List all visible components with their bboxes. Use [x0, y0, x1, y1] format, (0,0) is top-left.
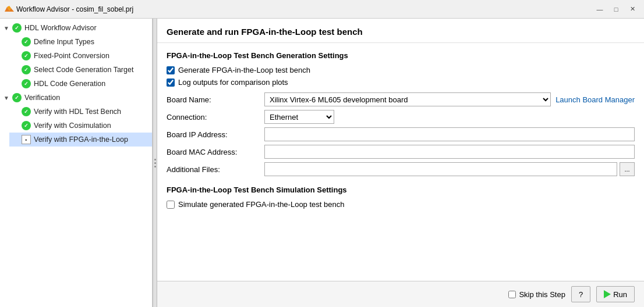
log-checkbox[interactable] — [167, 78, 175, 87]
sidebar-item-label: HDL Code Generation — [34, 80, 105, 88]
help-button[interactable]: ? — [571, 286, 590, 302]
skip-label[interactable]: Skip this Step — [519, 290, 565, 299]
board-name-label: Board Name: — [167, 95, 260, 104]
board-ip-label: Board IP Address: — [167, 130, 260, 139]
sidebar-item-hdl-workflow[interactable]: ▼ ✓ HDL Workflow Advisor — [0, 21, 152, 35]
simulate-checkbox-row: Simulate generated FPGA-in-the-Loop test… — [167, 200, 635, 209]
sidebar-item-label: HDL Workflow Advisor — [24, 24, 97, 32]
footer: Skip this Step ? Run — [157, 281, 644, 307]
board-ip-input[interactable]: 192.168.0.2 — [264, 127, 635, 141]
title-bar-title: Workflow Advisor - cosim_fil_sobel.prj — [16, 5, 593, 13]
sidebar-item-verification[interactable]: ▼ ✓ Verification — [0, 91, 152, 105]
check-icon: ✓ — [12, 23, 22, 33]
check-icon: ✓ — [21, 65, 31, 75]
expander-icon: ▼ — [3, 95, 12, 101]
connection-select[interactable]: Ethernet — [264, 110, 334, 124]
generate-checkbox-label[interactable]: Generate FPGA-in-the-Loop test bench — [178, 66, 310, 74]
connection-row: Ethernet — [264, 110, 635, 124]
additional-files-row: ... — [264, 162, 635, 176]
check-icon: ✓ — [21, 78, 31, 89]
check-icon: ✓ — [21, 120, 31, 131]
board-mac-input[interactable]: 00-0A-35-02-21-8A — [264, 145, 635, 159]
generate-checkbox[interactable] — [167, 66, 175, 74]
matlab-icon — [5, 5, 14, 14]
generate-checkbox-row: Generate FPGA-in-the-Loop test bench — [167, 66, 635, 74]
connection-label: Connection: — [167, 113, 260, 122]
check-icon: ✓ — [21, 51, 31, 61]
maximize-button[interactable]: □ — [609, 3, 623, 15]
dot — [154, 162, 156, 164]
additional-files-label: Additional Files: — [167, 165, 260, 174]
sidebar-item-label: Verify with HDL Test Bench — [34, 108, 121, 116]
title-bar-controls: — □ ✕ — [593, 3, 639, 15]
expander-icon: ▼ — [3, 25, 12, 31]
sidebar-divider[interactable] — [153, 19, 157, 307]
sidebar-item-label: Verification — [24, 94, 60, 102]
sidebar-item-verify-hdl[interactable]: ✓ Verify with HDL Test Bench — [9, 105, 152, 119]
page-title: Generate and run FPGA-in-the-Loop test b… — [167, 27, 363, 37]
board-name-select[interactable]: Xilinx Virtex-6 ML605 development board — [264, 92, 551, 106]
content-header: Generate and run FPGA-in-the-Loop test b… — [157, 19, 644, 43]
sidebar-item-label: Select Code Generation Target — [34, 66, 133, 74]
run-icon — [604, 290, 611, 298]
sidebar-item-fixed-point[interactable]: ✓ Fixed-Point Conversion — [9, 49, 152, 63]
board-name-row: Xilinx Virtex-6 ML605 development board … — [264, 92, 635, 106]
divider-dots — [154, 159, 156, 167]
sidebar-item-label: Verify with FPGA-in-the-Loop — [34, 135, 128, 144]
run-button[interactable]: Run — [596, 286, 635, 302]
skip-checkbox[interactable] — [508, 291, 516, 298]
content-area: Generate and run FPGA-in-the-Loop test b… — [157, 19, 644, 307]
board-mac-label: Board MAC Address: — [167, 148, 260, 156]
title-bar: Workflow Advisor - cosim_fil_sobel.prj —… — [0, 0, 644, 19]
skip-checkbox-row: Skip this Step — [508, 290, 565, 299]
main-layout: ▼ ✓ HDL Workflow Advisor ✓ Define Input … — [0, 19, 644, 307]
additional-files-input[interactable] — [264, 162, 617, 176]
sidebar-item-hdl-code-gen[interactable]: ✓ HDL Code Generation — [9, 77, 152, 91]
minimize-button[interactable]: — — [593, 3, 607, 15]
sidebar-item-verify-cosim[interactable]: ✓ Verify with Cosimulation — [9, 119, 152, 133]
section2-title: FPGA-in-the-Loop Test Bench Simulation S… — [167, 185, 635, 194]
sidebar-item-label: Fixed-Point Conversion — [34, 52, 109, 60]
check-icon: ✓ — [12, 92, 22, 103]
simulate-checkbox-label[interactable]: Simulate generated FPGA-in-the-Loop test… — [178, 200, 344, 209]
page-icon: ▪ — [21, 134, 31, 145]
log-checkbox-label[interactable]: Log outputs for comparison plots — [178, 78, 288, 87]
check-icon: ✓ — [21, 37, 31, 47]
sidebar-item-define-input[interactable]: ✓ Define Input Types — [9, 35, 152, 49]
check-icon: ✓ — [21, 106, 31, 117]
dot — [154, 159, 156, 160]
sidebar: ▼ ✓ HDL Workflow Advisor ✓ Define Input … — [0, 19, 153, 307]
sidebar-item-label: Define Input Types — [34, 38, 94, 46]
form-grid: Board Name: Xilinx Virtex-6 ML605 develo… — [167, 92, 635, 176]
browse-button[interactable]: ... — [620, 162, 635, 176]
close-button[interactable]: ✕ — [625, 3, 639, 15]
sidebar-item-verify-fpga[interactable]: ▪ Verify with FPGA-in-the-Loop — [9, 133, 152, 147]
run-label: Run — [613, 290, 627, 299]
dot — [154, 166, 156, 167]
sidebar-item-select-code[interactable]: ✓ Select Code Generation Target — [9, 63, 152, 77]
content-body: FPGA-in-the-Loop Test Bench Generation S… — [157, 43, 644, 281]
log-checkbox-row: Log outputs for comparison plots — [167, 78, 635, 87]
section1-title: FPGA-in-the-Loop Test Bench Generation S… — [167, 51, 635, 60]
launch-board-manager-link[interactable]: Launch Board Manager — [555, 95, 635, 104]
sidebar-item-label: Verify with Cosimulation — [34, 122, 111, 130]
simulate-checkbox[interactable] — [167, 201, 175, 209]
